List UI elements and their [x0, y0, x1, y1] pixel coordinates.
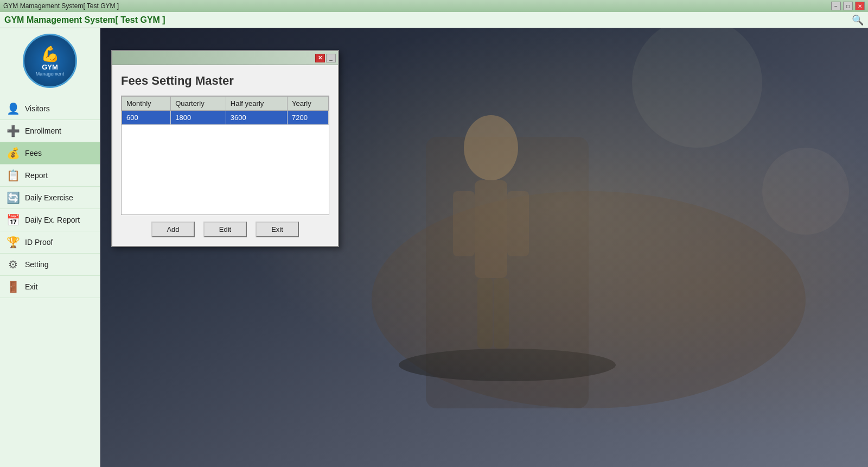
id-proof-icon: 🏆 [5, 236, 21, 249]
add-button[interactable]: Add [151, 222, 195, 237]
sidebar-label-report: Report [25, 171, 48, 180]
fees-icon: 💰 [5, 147, 21, 160]
edit-button[interactable]: Edit [203, 222, 247, 237]
col-monthly: Monthly [122, 97, 171, 111]
restore-button[interactable]: □ [843, 2, 853, 10]
sidebar-item-daily-ex-report[interactable]: 📅 Daily Ex. Report [0, 209, 100, 231]
col-half-yearly: Half yearly [226, 97, 287, 111]
main-layout: 💪 GYM Management 👤 Visitors ➕ Enrollment… [0, 28, 868, 467]
app-title: GYM Mamagement System[ Test GYM ] [4, 15, 165, 25]
os-titlebar-controls: − □ ✕ [831, 2, 865, 10]
col-yearly: Yearly [288, 97, 329, 111]
search-icon[interactable]: 🔍 [852, 14, 864, 26]
dialog-minimize-button[interactable]: _ [326, 54, 336, 62]
dialog-title: Fees Setting Master [121, 74, 329, 88]
sidebar-label-setting: Setting [25, 260, 49, 269]
logo-icon: 💪 [41, 45, 60, 63]
fees-setting-dialog: ✕ _ Fees Setting Master Monthly Quarterl… [111, 50, 339, 247]
visitors-icon: 👤 [5, 102, 21, 115]
sidebar-item-enrollment[interactable]: ➕ Enrollment [0, 120, 100, 142]
table-row[interactable]: 600180036007200 [122, 111, 329, 125]
close-button[interactable]: ✕ [855, 2, 865, 10]
sidebar-item-exit[interactable]: 🚪 Exit [0, 276, 100, 298]
sidebar-item-report[interactable]: 📋 Report [0, 165, 100, 187]
dialog-titlebar: ✕ _ [112, 51, 338, 65]
sidebar-label-visitors: Visitors [25, 104, 50, 113]
sidebar-item-id-proof[interactable]: 🏆 ID Proof [0, 231, 100, 254]
exit-button[interactable]: Exit [256, 222, 299, 237]
setting-icon: ⚙ [5, 258, 21, 271]
col-quarterly: Quarterly [171, 97, 226, 111]
sidebar-item-daily-exercise[interactable]: 🔄 Daily Exercise [0, 187, 100, 209]
sidebar-item-visitors[interactable]: 👤 Visitors [0, 98, 100, 120]
report-icon: 📋 [5, 169, 21, 182]
sidebar-label-fees: Fees [25, 149, 42, 157]
sidebar-item-setting[interactable]: ⚙ Setting [0, 254, 100, 276]
app-titlebar: GYM Mamagement System[ Test GYM ] 🔍 [0, 12, 868, 28]
os-title: GYM Mamagement System[ Test GYM ] [3, 2, 119, 10]
logo-text-line2: Management [36, 71, 65, 77]
os-titlebar: GYM Mamagement System[ Test GYM ] − □ ✕ [0, 0, 868, 12]
cell-half_yearly: 3600 [226, 111, 287, 125]
cell-quarterly: 1800 [171, 111, 226, 125]
daily-ex-report-icon: 📅 [5, 213, 21, 226]
sidebar-label-id-proof: ID Proof [25, 238, 53, 247]
dialog-close-button[interactable]: ✕ [315, 54, 325, 62]
enrollment-icon: ➕ [5, 124, 21, 137]
sidebar-label-daily-exercise: Daily Exercise [25, 193, 73, 202]
fees-table-area[interactable]: Monthly Quarterly Half yearly Yearly 600… [121, 96, 329, 215]
dialog-overlay: ✕ _ Fees Setting Master Monthly Quarterl… [100, 28, 868, 467]
cell-yearly: 7200 [288, 111, 329, 125]
sidebar-item-fees[interactable]: 💰 Fees [0, 142, 100, 165]
logo-text-line1: GYM [42, 63, 58, 72]
sidebar-label-exit: Exit [25, 282, 37, 291]
fees-table: Monthly Quarterly Half yearly Yearly 600… [122, 96, 329, 125]
minimize-button[interactable]: − [831, 2, 841, 10]
app-logo: 💪 GYM Management [23, 34, 77, 88]
content-area: ✕ _ Fees Setting Master Monthly Quarterl… [100, 28, 868, 467]
exit-icon: 🚪 [5, 280, 21, 293]
sidebar: 💪 GYM Management 👤 Visitors ➕ Enrollment… [0, 28, 100, 467]
daily-exercise-icon: 🔄 [5, 191, 21, 204]
cell-monthly: 600 [122, 111, 171, 125]
dialog-body: Fees Setting Master Monthly Quarterly Ha… [112, 65, 338, 246]
sidebar-label-enrollment: Enrollment [25, 127, 61, 135]
dialog-buttons: Add Edit Exit [121, 222, 329, 237]
sidebar-label-daily-ex-report: Daily Ex. Report [25, 216, 80, 224]
